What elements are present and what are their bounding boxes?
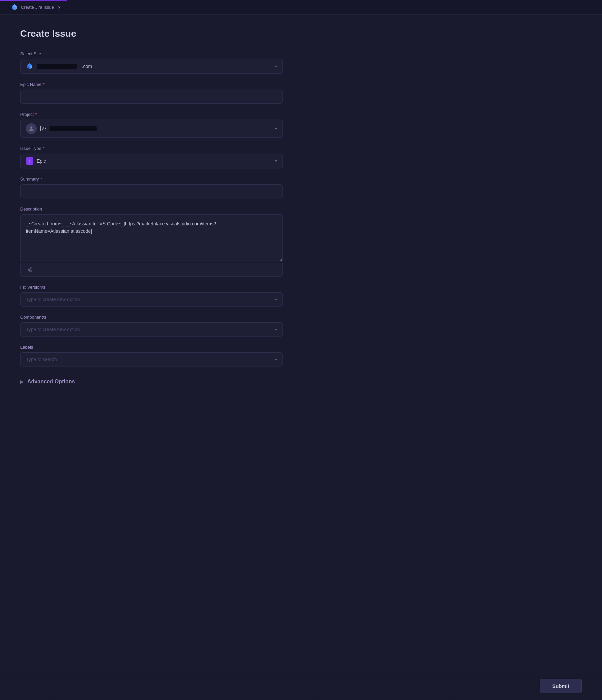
labels-group: Labels Type to search ▾ bbox=[20, 345, 283, 367]
project-group: Project * [카 ▾ bbox=[20, 112, 283, 138]
project-avatar bbox=[26, 123, 37, 134]
issue-type-label: Issue Type * bbox=[20, 146, 283, 151]
project-value-container: [카 bbox=[26, 123, 275, 134]
create-jira-tab[interactable]: Create Jira Issue × bbox=[5, 1, 67, 14]
epic-name-label: Epic Name * bbox=[20, 82, 283, 87]
issue-type-required: * bbox=[43, 146, 45, 151]
labels-label: Labels bbox=[20, 345, 283, 350]
summary-input[interactable] bbox=[20, 184, 283, 198]
submit-button[interactable]: Submit bbox=[540, 679, 582, 693]
epic-type-icon bbox=[26, 157, 33, 165]
tab-close-button[interactable]: × bbox=[57, 4, 62, 11]
epic-name-group: Epic Name * bbox=[20, 82, 283, 104]
advanced-options-section[interactable]: ▶ Advanced Options bbox=[20, 375, 283, 389]
summary-field[interactable] bbox=[26, 189, 277, 194]
issue-type-dropdown[interactable]: Epic ▾ bbox=[20, 154, 283, 169]
lightning-icon bbox=[27, 159, 32, 164]
issue-type-value-container: Epic bbox=[26, 157, 275, 165]
submit-bar: Submit bbox=[0, 672, 602, 700]
labels-chevron-icon: ▾ bbox=[275, 357, 277, 362]
epic-name-required: * bbox=[43, 82, 45, 87]
description-label: Description bbox=[20, 206, 283, 211]
site-icon bbox=[26, 62, 33, 70]
epic-name-field[interactable] bbox=[26, 94, 277, 99]
components-dropdown[interactable]: Type to create new option ▾ bbox=[20, 322, 283, 336]
fix-version-placeholder: Type to create new option bbox=[26, 297, 80, 302]
site-domain-redacted bbox=[37, 64, 77, 69]
main-content: Create Issue Select Site .com ▾ Epic Nam… bbox=[0, 15, 303, 416]
advanced-chevron-icon: ▶ bbox=[20, 379, 24, 384]
project-required: * bbox=[35, 112, 37, 117]
components-group: Component/s Type to create new option ▾ bbox=[20, 315, 283, 336]
issue-type-text: Epic bbox=[37, 158, 46, 164]
tab-bar: Create Jira Issue × bbox=[0, 0, 602, 15]
issue-type-chevron-icon: ▾ bbox=[275, 159, 277, 164]
svg-point-0 bbox=[30, 126, 33, 129]
summary-required: * bbox=[41, 176, 42, 181]
project-label: Project * bbox=[20, 112, 283, 117]
select-site-label: Select Site bbox=[20, 51, 283, 56]
summary-label: Summary * bbox=[20, 176, 283, 181]
select-site-dropdown[interactable]: .com ▾ bbox=[20, 59, 283, 74]
components-placeholder: Type to create new option bbox=[26, 327, 80, 332]
epic-name-input[interactable] bbox=[20, 90, 283, 104]
description-toolbar: @ bbox=[20, 263, 283, 277]
project-dropdown[interactable]: [카 ▾ bbox=[20, 120, 283, 138]
chevron-down-icon: ▾ bbox=[275, 64, 277, 69]
summary-group: Summary * bbox=[20, 176, 283, 198]
atlassian-icon bbox=[11, 4, 18, 11]
fix-version-dropdown[interactable]: Type to create new option ▾ bbox=[20, 292, 283, 306]
at-mention-button[interactable]: @ bbox=[26, 266, 35, 274]
labels-dropdown[interactable]: Type to search ▾ bbox=[20, 352, 283, 367]
advanced-options-label: Advanced Options bbox=[27, 379, 75, 385]
select-site-group: Select Site .com ▾ bbox=[20, 51, 283, 74]
user-icon bbox=[28, 125, 35, 132]
tab-title: Create Jira Issue bbox=[21, 5, 54, 10]
site-tld: .com bbox=[82, 64, 92, 69]
project-text: [카 bbox=[40, 126, 46, 132]
issue-type-group: Issue Type * Epic ▾ bbox=[20, 146, 283, 169]
project-chevron-icon: ▾ bbox=[275, 126, 277, 131]
page-title: Create Issue bbox=[20, 28, 283, 39]
fix-version-chevron-icon: ▾ bbox=[275, 297, 277, 302]
fix-version-label: Fix Version/s bbox=[20, 285, 283, 290]
labels-placeholder: Type to search bbox=[26, 357, 57, 362]
description-textarea[interactable]: _~Created from~_ [_~Atlassian for VS Cod… bbox=[20, 214, 283, 261]
fix-version-group: Fix Version/s Type to create new option … bbox=[20, 285, 283, 306]
description-group: Description _~Created from~_ [_~Atlassia… bbox=[20, 206, 283, 277]
components-label: Component/s bbox=[20, 315, 283, 320]
project-redacted bbox=[50, 126, 97, 131]
select-site-value-container: .com bbox=[26, 62, 275, 70]
components-chevron-icon: ▾ bbox=[275, 327, 277, 332]
